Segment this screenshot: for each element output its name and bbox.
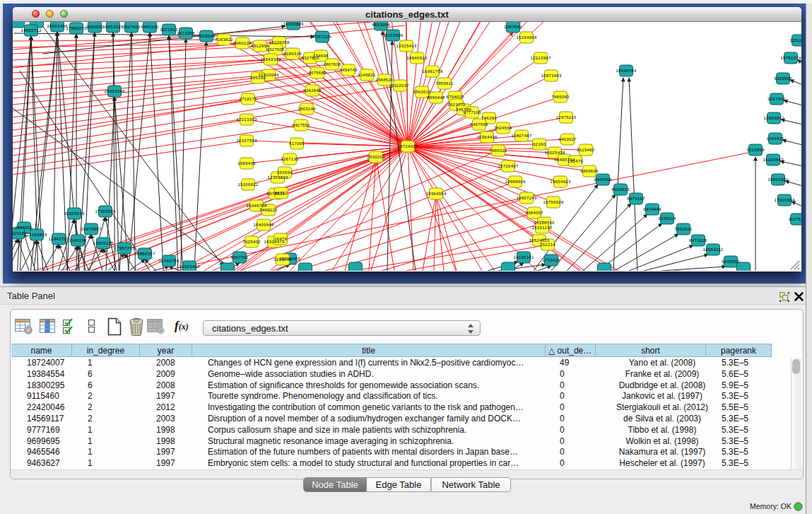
svg-text:8675685: 8675685 (308, 70, 326, 75)
svg-text:7515546: 7515546 (197, 33, 216, 38)
svg-text:7955812: 7955812 (435, 81, 454, 86)
svg-text:19756928: 19756928 (543, 199, 563, 204)
svg-text:8322037: 8322037 (391, 83, 409, 88)
svg-text:6497568: 6497568 (470, 122, 488, 127)
svg-text:12505135: 12505135 (93, 240, 113, 245)
svg-text:12156829: 12156829 (26, 232, 47, 237)
svg-text:16543342: 16543342 (260, 57, 281, 62)
svg-text:2645001: 2645001 (15, 225, 33, 230)
svg-text:8990448: 8990448 (427, 95, 445, 100)
svg-text:6899695: 6899695 (580, 168, 599, 173)
svg-text:1588520: 1588520 (375, 77, 394, 82)
svg-text:1167533: 1167533 (788, 216, 801, 221)
svg-text:6679197: 6679197 (627, 196, 645, 201)
svg-text:9242848: 9242848 (303, 88, 322, 93)
svg-text:14055712: 14055712 (20, 28, 41, 33)
svg-text:1145194: 1145194 (69, 238, 86, 243)
svg-text:15720407: 15720407 (498, 163, 518, 168)
svg-text:16107553: 16107553 (236, 138, 257, 143)
svg-text:16210643: 16210643 (763, 157, 783, 162)
svg-text:16648764: 16648764 (616, 68, 636, 73)
svg-text:18807249: 18807249 (516, 195, 536, 200)
svg-text:16961758: 16961758 (422, 69, 442, 74)
svg-text:8427552: 8427552 (292, 122, 310, 127)
svg-text:1850563: 1850563 (86, 24, 104, 29)
svg-text:9084067: 9084067 (525, 210, 543, 215)
svg-text:7632621: 7632621 (674, 226, 693, 231)
svg-text:16782759: 16782759 (158, 258, 179, 263)
svg-text:12923468: 12923468 (179, 264, 199, 269)
svg-text:2530203: 2530203 (367, 154, 385, 159)
svg-text:16479: 16479 (274, 236, 288, 241)
svg-text:16033809: 16033809 (283, 22, 303, 26)
svg-text:10807487: 10807487 (511, 133, 531, 138)
svg-text:1071913: 1071913 (160, 27, 178, 32)
svg-text:14136141: 14136141 (513, 255, 534, 259)
svg-text:20053346: 20053346 (104, 88, 124, 93)
svg-text:9463627: 9463627 (558, 136, 577, 141)
svg-text:7986322: 7986322 (489, 148, 507, 153)
svg-text:9657791: 9657791 (230, 255, 249, 259)
svg-text:86702: 86702 (275, 190, 288, 195)
svg-text:989165: 989165 (250, 75, 266, 80)
svg-text:8660124: 8660124 (233, 40, 252, 45)
svg-text:17359936: 17359936 (95, 209, 115, 214)
svg-text:252214: 252214 (540, 242, 555, 247)
svg-text:1562615: 1562615 (413, 89, 431, 94)
svg-text:19654923: 19654923 (550, 179, 570, 184)
svg-text:2803144: 2803144 (298, 106, 316, 111)
svg-text:20206576: 20206576 (64, 211, 84, 216)
svg-text:12975115: 12975115 (556, 115, 577, 119)
svg-text:20091406: 20091406 (47, 23, 67, 28)
svg-text:1733426: 1733426 (542, 257, 560, 262)
svg-text:8454749: 8454749 (339, 67, 358, 72)
svg-text:10973493: 10973493 (541, 73, 561, 78)
svg-text:6466160: 6466160 (141, 24, 159, 29)
svg-text:3915184: 3915184 (13, 230, 27, 235)
svg-text:17869270: 17869270 (66, 25, 86, 30)
svg-text:12942737: 12942737 (48, 236, 69, 241)
svg-text:9146821: 9146821 (358, 72, 376, 77)
svg-text:19218506: 19218506 (382, 33, 403, 37)
svg-text:8938923: 8938923 (611, 187, 630, 192)
svg-text:19384554: 19384554 (425, 191, 446, 196)
svg-text:23226058: 23226058 (269, 40, 289, 45)
svg-text:8813054: 8813054 (372, 22, 390, 27)
svg-text:417006: 417006 (289, 141, 305, 146)
svg-text:8186328: 8186328 (283, 51, 302, 56)
svg-text:62160: 62160 (533, 141, 546, 146)
svg-text:18724007: 18724007 (397, 144, 418, 148)
svg-text:12213303: 12213303 (236, 117, 257, 122)
svg-text:18640910: 18640910 (406, 55, 427, 60)
svg-text:10653326: 10653326 (102, 24, 123, 29)
svg-text:2867608: 2867608 (323, 62, 341, 66)
svg-text:9474444: 9474444 (643, 206, 661, 211)
svg-text:9777169: 9777169 (463, 110, 481, 115)
svg-text:10688609: 10688609 (505, 179, 525, 184)
svg-text:10025438: 10025438 (544, 150, 565, 155)
svg-text:1527602: 1527602 (122, 24, 141, 29)
svg-text:1440954: 1440954 (594, 177, 612, 182)
svg-text:3267130: 3267130 (281, 156, 299, 161)
svg-text:746266: 746266 (481, 115, 497, 120)
svg-text:1671358: 1671358 (177, 30, 195, 35)
svg-text:1621072: 1621072 (447, 102, 466, 107)
svg-text:10958157: 10958157 (134, 251, 155, 256)
svg-text:2935114: 2935114 (658, 216, 676, 221)
svg-text:20364436: 20364436 (476, 134, 497, 139)
svg-text:16151132: 16151132 (532, 225, 553, 230)
svg-text:6794028: 6794028 (446, 94, 464, 99)
svg-text:9329965: 9329965 (774, 76, 792, 81)
svg-text:5498222: 5498222 (259, 207, 278, 212)
svg-text:2718170: 2718170 (239, 96, 257, 101)
svg-text:16120746: 16120746 (534, 220, 554, 225)
svg-text:3624554: 3624554 (494, 125, 512, 130)
svg-text:9227342: 9227342 (767, 96, 786, 101)
svg-text:1244415: 1244415 (766, 136, 784, 141)
svg-text:12093872: 12093872 (763, 115, 784, 120)
svg-text:9245052: 9245052 (722, 259, 740, 264)
svg-text:17957275: 17957275 (114, 245, 134, 250)
svg-text:1965498: 1965498 (237, 160, 256, 165)
svg-text:1151274: 1151274 (789, 37, 801, 42)
svg-text:15692901: 15692901 (767, 177, 788, 182)
